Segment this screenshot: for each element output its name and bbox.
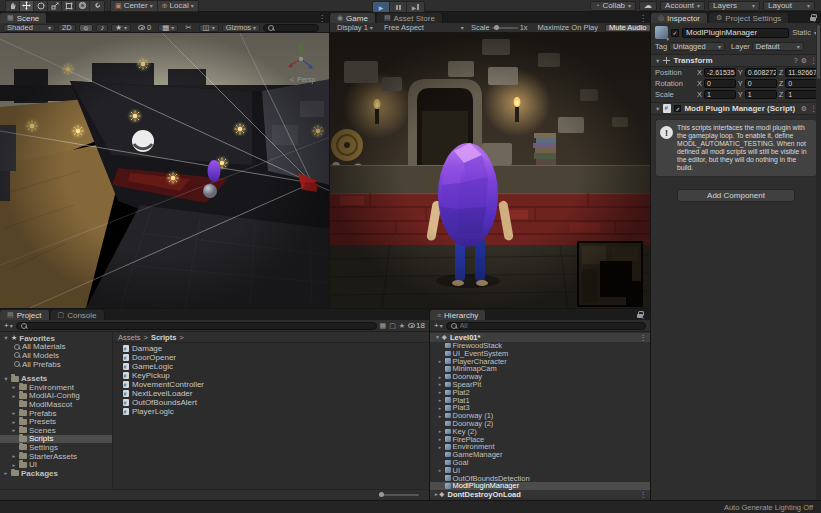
foldout-arrow-icon[interactable]: ▸	[11, 453, 17, 459]
position-z-field[interactable]: 11.92667	[785, 68, 817, 77]
hierarchy-lock-icon[interactable]	[637, 311, 638, 320]
help-icon[interactable]: ?	[794, 57, 798, 65]
asset-file-movementcontroller[interactable]: MovementController	[123, 380, 429, 389]
2d-toggle[interactable]: 2D	[58, 24, 76, 32]
foldout-arrow-icon[interactable]: ▸	[437, 467, 443, 473]
handle-rotation-button[interactable]: ⊕ Local ▾	[158, 1, 198, 11]
cloud-button[interactable]: ☁	[639, 1, 657, 11]
scale-x-field[interactable]: 1	[704, 90, 736, 99]
scene-lighting-toggle[interactable]: ☼	[79, 24, 94, 32]
favorite-item-all-prefabs[interactable]: All Prefabs	[0, 360, 112, 369]
folder-item-modlai-config[interactable]: ▸ModlAI-Config	[0, 392, 112, 401]
game-scale-slider[interactable]: Scale 1x	[471, 23, 528, 32]
transform-component-header[interactable]: ▼ Transform ?⚙⋮	[651, 55, 821, 67]
scale-tool-button[interactable]	[48, 1, 62, 11]
position-x-field[interactable]: -2.61535	[704, 68, 736, 77]
project-search[interactable]	[16, 322, 377, 330]
scale-y-field[interactable]: 1	[745, 90, 777, 99]
display-dropdown[interactable]: Display 1▾	[333, 24, 377, 32]
scale-track[interactable]	[492, 27, 518, 29]
icon-size-slider[interactable]	[379, 494, 419, 496]
game-viewport[interactable]	[330, 33, 650, 308]
folder-item-ui[interactable]: ▸UI	[0, 460, 112, 469]
game-menu-icon[interactable]: ⋮	[639, 14, 647, 23]
breadcrumb-current[interactable]: Scripts	[151, 333, 176, 342]
rect-tool-button[interactable]	[62, 1, 76, 11]
foldout-arrow-icon[interactable]: ▸	[437, 444, 443, 450]
foldout-arrow-icon[interactable]: ▸	[437, 405, 443, 411]
script-component-header[interactable]: ▼ ✓ Modl Plugin Manager (Script) ⚙⋮	[651, 103, 821, 115]
tab-asset-store[interactable]: ▤ Asset Store	[377, 13, 443, 23]
layers-dropdown[interactable]: Layers▾	[708, 1, 760, 11]
effects-dropdown[interactable]: ★▾	[111, 24, 131, 32]
foldout-arrow-icon[interactable]: ▸	[437, 358, 443, 364]
hierarchy-search-input[interactable]	[460, 322, 641, 329]
foldout-arrow-icon[interactable]: ▸	[11, 427, 17, 433]
favorite-item-all-models[interactable]: All Models	[0, 351, 112, 360]
rotation-z-field[interactable]: 0	[785, 79, 817, 88]
tag-dropdown[interactable]: Untagged▾	[669, 42, 725, 51]
tab-project-settings[interactable]: ⚙ Project Settings	[709, 13, 789, 23]
tab-hierarchy[interactable]: ≡ Hierarchy	[430, 310, 486, 320]
project-search-input[interactable]	[30, 322, 372, 329]
folder-item-environment[interactable]: ▸Environment	[0, 383, 112, 392]
folder-item-prefabs[interactable]: ▸Prefabs	[0, 409, 112, 418]
scene-menu-icon[interactable]: ⋮	[318, 14, 326, 23]
gameobject-name-field[interactable]	[682, 28, 789, 38]
foldout-arrow-icon[interactable]: ▸	[11, 393, 17, 399]
preset-gear-icon[interactable]: ⚙	[801, 57, 807, 65]
asset-file-outofboundsalert[interactable]: OutOfBoundsAlert	[123, 398, 429, 407]
step-button[interactable]: ▶	[407, 2, 424, 12]
tab-console[interactable]: ▢ Console	[51, 310, 105, 320]
layout-dropdown[interactable]: Layout▾	[763, 1, 815, 11]
asset-file-nextlevelloader[interactable]: NextLevelLoader	[123, 389, 429, 398]
tab-scene[interactable]: ▦ Scene	[0, 13, 47, 23]
shading-mode-dropdown[interactable]: Shaded▾	[3, 24, 55, 32]
tab-inspector[interactable]: ◎ Inspector	[651, 13, 708, 23]
hidden-count-badge[interactable]: 18	[408, 321, 425, 330]
transform-tool-button[interactable]	[76, 1, 90, 11]
lighting-status[interactable]: Auto Generate Lighting Off	[724, 503, 813, 512]
maximize-on-play-toggle[interactable]: Maximize On Play	[534, 24, 602, 32]
add-component-button[interactable]: Add Component	[677, 189, 795, 202]
scene-audio-toggle[interactable]: ♪	[96, 24, 108, 32]
assets-root[interactable]: ▼ Assets	[0, 374, 112, 383]
create-asset-button[interactable]: +▾	[4, 321, 13, 330]
scale-thumb[interactable]	[494, 25, 499, 30]
dontdestroy-header-row[interactable]: ▸ ◈ DontDestroyOnLoad ⋮	[430, 490, 650, 499]
rotation-x-field[interactable]: 0	[704, 79, 736, 88]
play-button[interactable]: ▶	[373, 2, 390, 12]
scene-options-icon[interactable]: ⋮	[640, 333, 648, 342]
layer-dropdown[interactable]: Default▾	[752, 42, 804, 51]
foldout-arrow-icon[interactable]: ▸	[437, 397, 443, 403]
favorite-item-all-materials[interactable]: All Materials	[0, 343, 112, 352]
scene-visibility-toggle[interactable]: 0	[134, 24, 155, 32]
folder-item-presets[interactable]: ▸Presets	[0, 417, 112, 426]
foldout-arrow-icon[interactable]: ▸	[437, 374, 443, 380]
asset-file-dooropener[interactable]: DoorOpener	[123, 353, 429, 362]
foldout-arrow-icon[interactable]: ▸	[11, 462, 17, 468]
rotate-tool-button[interactable]	[34, 1, 48, 11]
foldout-arrow-icon[interactable]: ▸	[437, 413, 443, 419]
mute-audio-toggle[interactable]: Mute Audio	[605, 24, 651, 32]
inspector-menu-icon[interactable]: ⋮	[810, 14, 818, 23]
pivot-mode-button[interactable]: ▣ Center ▾	[111, 1, 158, 11]
foldout-arrow-icon[interactable]: ▸	[437, 381, 443, 387]
camera-dropdown[interactable]: ◫▾	[199, 24, 219, 32]
folder-item-scripts[interactable]: Scripts	[0, 435, 112, 444]
folder-item-settings[interactable]: Settings	[0, 443, 112, 452]
script-enabled-checkbox[interactable]: ✓	[674, 105, 681, 112]
rotation-y-field[interactable]: 0	[745, 79, 777, 88]
collab-dropdown[interactable]: ◔ Collab ▾	[590, 1, 636, 11]
scene-options-icon[interactable]: ⋮	[640, 490, 648, 499]
custom-tool-button[interactable]	[90, 1, 104, 11]
foldout-arrow-icon[interactable]: ▸	[437, 389, 443, 395]
folder-item-scenes[interactable]: ▸Scenes	[0, 426, 112, 435]
tab-game[interactable]: ◉ Game	[330, 13, 376, 23]
component-tools-button[interactable]: ✂	[181, 24, 195, 32]
gameobject-icon[interactable]	[655, 26, 668, 39]
create-object-button[interactable]: +▾	[434, 321, 443, 330]
scene-header-row[interactable]: ▼ ◈ Level01* ⋮	[430, 333, 650, 342]
foldout-arrow-icon[interactable]: ▸	[11, 384, 17, 390]
foldout-arrow-icon[interactable]: ▸	[11, 419, 17, 425]
